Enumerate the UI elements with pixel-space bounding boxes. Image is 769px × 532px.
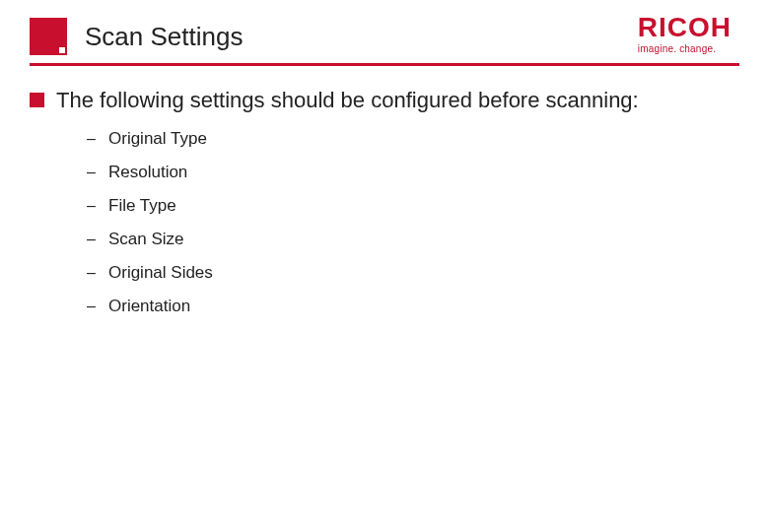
list-item-label: Orientation bbox=[108, 297, 190, 316]
logo-text: RICOH bbox=[638, 14, 732, 41]
list-item-label: File Type bbox=[108, 196, 176, 216]
dash-icon: – bbox=[87, 231, 103, 248]
list-item: – Resolution bbox=[87, 163, 739, 182]
list-item: – Orientation bbox=[87, 297, 739, 316]
list-item-label: Original Type bbox=[108, 129, 207, 149]
list-item-label: Scan Size bbox=[108, 230, 184, 249]
list-item: – Original Sides bbox=[87, 263, 739, 283]
list-item-label: Resolution bbox=[108, 163, 187, 182]
dash-icon: – bbox=[87, 164, 103, 181]
brand-logo: RICOH imagine. change. bbox=[638, 14, 732, 54]
dash-icon: – bbox=[87, 130, 103, 148]
list-item: – File Type bbox=[87, 196, 739, 216]
intro-text: The following settings should be configu… bbox=[56, 86, 639, 115]
title-row: Scan Settings bbox=[30, 18, 739, 55]
intro-row: The following settings should be configu… bbox=[30, 86, 739, 115]
list-item: – Original Type bbox=[87, 129, 739, 149]
logo-tagline: imagine. change. bbox=[638, 43, 732, 54]
list-item-label: Original Sides bbox=[108, 263, 213, 283]
slide-header: Scan Settings RICOH imagine. change. bbox=[0, 0, 769, 55]
content-area: The following settings should be configu… bbox=[0, 66, 769, 316]
dash-icon: – bbox=[87, 264, 103, 282]
page-title: Scan Settings bbox=[85, 22, 243, 52]
bullet-square-icon bbox=[30, 93, 44, 107]
dash-icon: – bbox=[87, 197, 103, 215]
title-bullet-icon bbox=[30, 18, 67, 55]
list-item: – Scan Size bbox=[87, 230, 739, 249]
settings-list: – Original Type – Resolution – File Type… bbox=[87, 129, 739, 316]
dash-icon: – bbox=[87, 298, 103, 315]
